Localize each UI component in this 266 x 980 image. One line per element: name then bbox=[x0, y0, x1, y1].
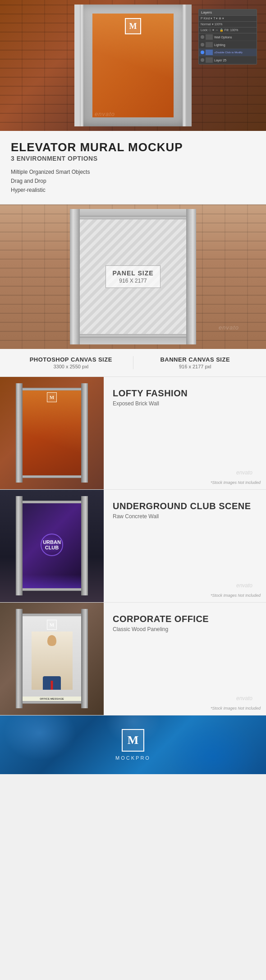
layer-row-3: «Double Click to Modify bbox=[199, 49, 257, 56]
layer-row-1: Wall Options bbox=[199, 33, 257, 41]
lofty-frame-l bbox=[16, 383, 23, 483]
underground-note: *Stock Images Not Included bbox=[211, 593, 261, 598]
layer-thumb-3 bbox=[206, 50, 213, 55]
layers-panel-title: Layers bbox=[199, 9, 257, 16]
footer-logo: M bbox=[122, 729, 144, 752]
lofty-note: *Stock Images Not Included bbox=[211, 480, 261, 485]
lofty-elev-inner: M bbox=[23, 388, 81, 478]
underground-poster: URBAN CLUB bbox=[23, 503, 81, 588]
layer-visibility-2 bbox=[201, 43, 204, 46]
photoshop-canvas-value: 3300 x 2550 pxl bbox=[9, 364, 133, 369]
corporate-frame-l bbox=[16, 609, 23, 708]
env-info-underground: UNDERGROUND CLUB SCENE Raw Concrete Wall… bbox=[104, 490, 266, 602]
layers-mode-bar: Normal ▾ 100% bbox=[199, 22, 257, 28]
underground-frame-r bbox=[81, 496, 88, 595]
layer-thumb-4 bbox=[206, 57, 213, 63]
underground-title: UNDERGROUND CLUB SCENE bbox=[113, 501, 257, 511]
person-tie bbox=[51, 681, 53, 690]
env-image-corporate: M OFFICE MESSAGE bbox=[0, 603, 104, 715]
layer-visibility-4 bbox=[201, 58, 204, 62]
elev-panel-area: PANEL SIZE 916 X 2177 bbox=[80, 219, 186, 334]
layers-lock-bar: Lock: □ ✦ ↔ 🔒 Fill: 100% bbox=[199, 28, 257, 33]
photoshop-canvas-block: PHOTOSHOP CANVAS SIZE 3300 x 2550 pxl bbox=[9, 356, 133, 369]
underground-glow bbox=[23, 575, 81, 588]
layers-toolbar: P Kind ▾ T ▾ ⊕ ▾ bbox=[199, 16, 257, 22]
corporate-small-elevator: M OFFICE MESSAGE bbox=[16, 609, 88, 708]
lofty-title: LOFTY FASHION bbox=[113, 388, 257, 399]
elevator-door-right bbox=[183, 5, 186, 126]
mockup-elev-frame-left bbox=[70, 209, 80, 344]
lofty-frame-r bbox=[81, 383, 88, 483]
mockup-elev-frame-right bbox=[186, 209, 196, 344]
lofty-rail-bottom bbox=[23, 475, 81, 478]
corporate-watermark: envato bbox=[236, 695, 252, 701]
mockup-elevator: PANEL SIZE 916 X 2177 bbox=[70, 209, 196, 344]
banner-canvas-value: 916 x 2177 pxl bbox=[133, 364, 257, 369]
urban-club-inner-text: URBAN CLUB bbox=[43, 539, 61, 550]
banner-canvas-title: BANNER CANVAS SIZE bbox=[133, 356, 257, 363]
hero-elevator: M bbox=[74, 5, 192, 126]
lofty-poster: M bbox=[23, 390, 81, 475]
corporate-title: CORPORATE OFFICE bbox=[113, 613, 257, 624]
env-image-lofty: M bbox=[0, 377, 104, 489]
feature-item-1: Miltiple Organized Smart Objects bbox=[11, 167, 255, 176]
corporate-person-illustration bbox=[32, 632, 73, 690]
features-list: Miltiple Organized Smart Objects Drag an… bbox=[11, 167, 255, 195]
underground-rail-bottom bbox=[23, 588, 81, 591]
corporate-poster: M OFFICE MESSAGE bbox=[23, 616, 81, 701]
elevator-door-left bbox=[80, 5, 83, 126]
corporate-caption: OFFICE MESSAGE bbox=[23, 697, 81, 701]
corporate-subtitle: Classic Wood Paneling bbox=[113, 626, 257, 632]
layer-visibility-3 bbox=[201, 51, 204, 54]
layer-thumb-2 bbox=[206, 42, 213, 47]
footer-brand: MOCKPRO bbox=[115, 755, 151, 761]
product-title: ELEVATOR MURAL MOCKUP bbox=[11, 141, 255, 154]
info-section: ELEVATOR MURAL MOCKUP 3 ENVIRONMENT OPTI… bbox=[0, 131, 266, 204]
lofty-m-badge: M bbox=[47, 392, 57, 402]
layer-visibility-1 bbox=[201, 35, 204, 39]
elev-rail-top bbox=[80, 216, 186, 219]
mockup-section: PANEL SIZE 916 X 2177 envato bbox=[0, 204, 266, 349]
hero-poster: M bbox=[92, 14, 174, 117]
env-info-corporate: CORPORATE OFFICE Classic Wood Paneling e… bbox=[104, 603, 266, 715]
photoshop-canvas-title: PHOTOSHOP CANVAS SIZE bbox=[9, 356, 133, 363]
urban-club-ring: URBAN CLUB bbox=[41, 534, 63, 556]
canvas-info-section: PHOTOSHOP CANVAS SIZE 3300 x 2550 pxl BA… bbox=[0, 349, 266, 377]
underground-frame-l bbox=[16, 496, 23, 595]
mockup-elev-inner: PANEL SIZE 916 X 2177 bbox=[80, 216, 186, 338]
underground-subtitle: Raw Concrete Wall bbox=[113, 513, 257, 520]
layers-panel: Layers P Kind ▾ T ▾ ⊕ ▾ Normal ▾ 100% Lo… bbox=[198, 9, 257, 65]
hero-section: Layers P Kind ▾ T ▾ ⊕ ▾ Normal ▾ 100% Lo… bbox=[0, 0, 266, 131]
corporate-frame-r bbox=[81, 609, 88, 708]
underground-small-elevator: URBAN CLUB bbox=[16, 496, 88, 595]
layer-row-4: Layer 25 bbox=[199, 56, 257, 64]
env-row-corporate: M OFFICE MESSAGE bbox=[0, 603, 266, 715]
layer-row-2: Lighting bbox=[199, 41, 257, 49]
layer-thumb-1 bbox=[206, 34, 213, 40]
elev-rail-bottom bbox=[80, 334, 186, 338]
env-row-lofty: M LOFTY FASHION Exposed Brick Wall envat… bbox=[0, 377, 266, 490]
corporate-elev-inner: M OFFICE MESSAGE bbox=[23, 613, 81, 704]
environments-section: M LOFTY FASHION Exposed Brick Wall envat… bbox=[0, 377, 266, 715]
banner-canvas-block: BANNER CANVAS SIZE 916 x 2177 pxl bbox=[133, 356, 257, 369]
feature-item-3: Hyper-realistic bbox=[11, 186, 255, 195]
lofty-subtitle: Exposed Brick Wall bbox=[113, 400, 257, 407]
corporate-m-badge: M bbox=[47, 620, 57, 630]
lofty-elev-container: M bbox=[0, 377, 104, 489]
env-image-underground: URBAN CLUB bbox=[0, 490, 104, 602]
mockup-elev-frame-top bbox=[80, 209, 186, 216]
product-subtitle: 3 ENVIRONMENT OPTIONS bbox=[11, 155, 255, 162]
env-info-lofty: LOFTY FASHION Exposed Brick Wall envato … bbox=[104, 377, 266, 489]
lofty-watermark: envato bbox=[236, 469, 252, 476]
underground-elev-inner: URBAN CLUB bbox=[23, 501, 81, 591]
corporate-note: *Stock Images Not Included bbox=[211, 706, 261, 711]
logo-badge-hero: M bbox=[125, 18, 141, 34]
env-row-underground: URBAN CLUB UNDERGROUND CLUB SCENE Raw Co… bbox=[0, 490, 266, 603]
mockup-elev-frame-bottom bbox=[80, 338, 186, 344]
underground-watermark: envato bbox=[236, 582, 252, 589]
lofty-small-elevator: M bbox=[16, 383, 88, 483]
footer-section: M MOCKPRO bbox=[0, 715, 266, 774]
panel-size-label: PANEL SIZE 916 X 2177 bbox=[105, 265, 160, 288]
feature-item-2: Drag and Drop bbox=[11, 176, 255, 186]
person-body bbox=[43, 676, 61, 690]
